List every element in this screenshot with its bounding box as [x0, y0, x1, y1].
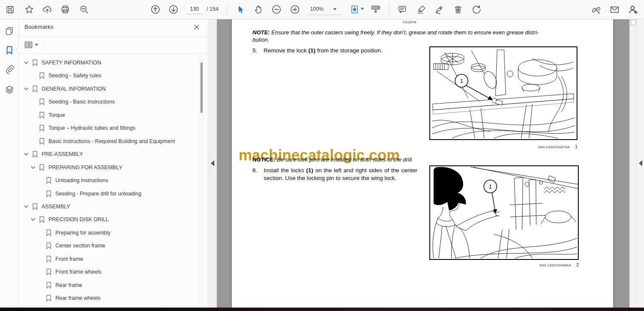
- note-label: NOTE:: [252, 29, 270, 36]
- pdf-page: C0157A NOTE: Ensure that the outer caste…: [232, 19, 613, 308]
- bookmark-item[interactable]: Front frame: [19, 253, 199, 265]
- step-ref: (1): [308, 47, 316, 54]
- zoom-in-icon[interactable]: [289, 3, 301, 16]
- bookmark-label: GENERAL INFORMATION: [42, 86, 106, 92]
- zoom-level-control[interactable]: 100%: [306, 3, 341, 15]
- right-panel-strip: [637, 19, 644, 308]
- pdf-reader-window: / 154 100%: [0, 0, 644, 311]
- print-icon[interactable]: [59, 3, 72, 16]
- document-scrollbar-thumb[interactable]: [631, 20, 636, 25]
- chevron-down-icon[interactable]: [23, 151, 29, 157]
- figure-callout: 1: [489, 183, 492, 190]
- bookmark-label: Seeding - Basic instructions: [49, 99, 115, 105]
- bookmark-item[interactable]: ASSEMBLY: [19, 200, 199, 213]
- panel-title: Bookmarks: [24, 24, 54, 30]
- chevron-down-icon[interactable]: [30, 216, 36, 223]
- bookmark-label: SAFETY INFORMATION: [42, 60, 101, 66]
- bookmark-icon: [32, 85, 38, 92]
- hand-tool-icon[interactable]: [252, 3, 265, 16]
- bookmark-label: Torque: [49, 112, 65, 118]
- bookmark-item[interactable]: Seeding - Prepare drill for unloading: [19, 187, 199, 200]
- highlight-icon[interactable]: [415, 3, 428, 16]
- chevron-down-icon[interactable]: [23, 204, 29, 210]
- bookmark-item[interactable]: Unloading instructions: [19, 174, 199, 187]
- chevron-down-icon[interactable]: [30, 165, 36, 171]
- collapse-panel-arrow-icon[interactable]: [211, 160, 214, 166]
- step-number: 5.: [252, 47, 264, 55]
- bookmark-item[interactable]: PREPARING FOR ASSEMBLY: [19, 161, 199, 174]
- expand-right-panel-arrow-icon[interactable]: [639, 160, 642, 166]
- add-user-icon[interactable]: [626, 3, 639, 16]
- bookmark-item[interactable]: GENERAL INFORMATION: [19, 82, 199, 95]
- rotate-icon[interactable]: [470, 3, 483, 16]
- search-zoom-icon[interactable]: [78, 3, 91, 16]
- zoom-out-icon[interactable]: [270, 3, 283, 16]
- attachments-icon[interactable]: [4, 64, 15, 74]
- bookmark-icon: [46, 268, 52, 275]
- share-upload-icon[interactable]: [41, 3, 54, 16]
- bookmark-icon: [32, 203, 38, 210]
- mail-icon[interactable]: [608, 3, 621, 16]
- bookmark-item[interactable]: Front frame wheels: [19, 265, 199, 278]
- bookmarks-icon[interactable]: [4, 45, 15, 55]
- figure-callout: 1: [460, 78, 463, 84]
- document-viewer[interactable]: C0157A NOTE: Ensure that the outer caste…: [217, 19, 629, 308]
- page-down-icon[interactable]: [167, 3, 180, 16]
- bookmark-item[interactable]: PRECISION DISK DRILL: [19, 213, 199, 226]
- document-scrollbar-track[interactable]: [629, 19, 637, 308]
- bookmark-item[interactable]: Basic instructions - Required Building a…: [19, 135, 199, 148]
- note-line1: Ensure that the outer casters swing free…: [271, 29, 539, 36]
- close-icon[interactable]: [193, 24, 200, 30]
- bookmark-item[interactable]: Seeding - Basic instructions: [19, 95, 199, 108]
- bottom-window-edge: [0, 308, 644, 311]
- bookmark-icon: [39, 216, 45, 223]
- bookmark-label: Seeding - Prepare drill for unloading: [55, 191, 141, 197]
- bookmark-label: PRECISION DISK DRILL: [49, 216, 109, 223]
- bookmark-icon: [39, 112, 45, 119]
- bookmark-item[interactable]: Rear frame wheels: [19, 292, 199, 305]
- star-icon[interactable]: [23, 3, 36, 16]
- bookmark-label: Center section frame: [55, 243, 105, 249]
- bookmark-item[interactable]: Preparing for assembly: [19, 226, 199, 239]
- chevron-down-icon[interactable]: [23, 86, 29, 92]
- link-icon[interactable]: [589, 3, 602, 16]
- bookmark-label: Rear frame: [55, 282, 82, 288]
- select-tool-icon[interactable]: [234, 3, 247, 16]
- step-text: from the storage position.: [316, 47, 383, 54]
- toolbar: / 154 100%: [0, 0, 644, 19]
- zoom-level-value: 100%: [310, 6, 324, 12]
- bookmark-item[interactable]: Center section frame: [19, 239, 199, 252]
- step-ref: (1): [306, 167, 313, 174]
- page-up-icon[interactable]: [149, 3, 162, 16]
- figure-caption-1: SAIL13SE00487AA 1: [429, 144, 577, 149]
- chevron-down-icon[interactable]: [361, 8, 364, 10]
- bookmark-item[interactable]: Torque: [19, 109, 199, 122]
- bookmark-icon: [46, 242, 52, 249]
- bookmark-item[interactable]: SAFETY INFORMATION: [19, 56, 199, 69]
- figure-caption-2: SAIL13SE00488AA 2: [429, 262, 579, 267]
- scroll-mode-icon[interactable]: [369, 3, 382, 16]
- figure-illustration-1: 1: [429, 46, 577, 140]
- fit-page-icon[interactable]: [348, 3, 361, 16]
- bookmark-icon: [46, 229, 52, 236]
- bookmark-options-button[interactable]: [24, 40, 39, 50]
- bookmark-label: Front frame: [55, 256, 83, 262]
- page-number-input[interactable]: [186, 4, 203, 14]
- chevron-down-icon[interactable]: [23, 60, 29, 66]
- bookmark-label: Unloading instructions: [55, 177, 108, 183]
- bookmarks-scrollbar-thumb[interactable]: [200, 62, 203, 113]
- page-thumbnails-icon[interactable]: [4, 26, 15, 36]
- bookmark-item[interactable]: Rear frame: [19, 279, 199, 292]
- step-number: 6.: [252, 167, 264, 182]
- figure-number: 2: [576, 262, 579, 267]
- save-icon[interactable]: [3, 3, 16, 16]
- delete-icon[interactable]: [452, 3, 465, 16]
- bookmark-item[interactable]: Torque – Hydraulic tubes and fittings: [19, 122, 199, 134]
- bookmark-label: Seeding - Safety rules: [49, 73, 101, 79]
- comment-icon[interactable]: [396, 3, 409, 16]
- figure-code: SAIL13SE00488AA: [539, 263, 571, 267]
- bookmark-item[interactable]: Seeding - Safety rules: [19, 69, 199, 82]
- bookmark-item[interactable]: PRE-ASSEMBLY: [19, 148, 199, 161]
- layers-icon[interactable]: [4, 85, 15, 95]
- sign-icon[interactable]: [433, 3, 446, 16]
